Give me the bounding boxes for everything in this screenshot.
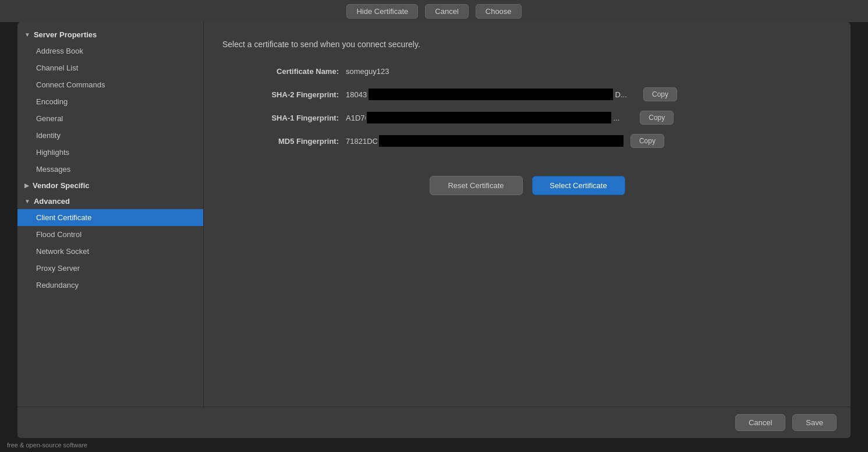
vendor-specific-section[interactable]: ▶ Vendor Specific <box>17 178 203 193</box>
sha1-value-container: A1D760D ... <box>346 112 633 123</box>
action-buttons: Reset Certificate Select Certificate <box>222 176 832 195</box>
sha1-ellipsis: ... <box>614 114 633 122</box>
vendor-specific-arrow: ▶ <box>24 182 29 189</box>
sidebar-item-encoding[interactable]: Encoding <box>17 93 203 110</box>
advanced-label: Advanced <box>34 197 70 206</box>
md5-redacted-block <box>379 135 623 147</box>
server-properties-section[interactable]: ▼ Server Properties <box>17 27 203 43</box>
top-bar: Hide Certificate Cancel Choose <box>0 0 868 22</box>
certificate-name-field: Certificate Name: someguy123 <box>222 67 832 76</box>
sidebar-item-flood-control[interactable]: Flood Control <box>17 226 203 243</box>
select-certificate-button[interactable]: Select Certificate <box>532 176 625 195</box>
sidebar-item-general[interactable]: General <box>17 110 203 127</box>
sha2-value-container: 18043D6 D... <box>346 89 636 100</box>
bottom-bar-text: free & open-source software <box>7 442 87 449</box>
sha1-copy-button[interactable]: Copy <box>640 111 674 125</box>
sidebar-item-identity[interactable]: Identity <box>17 127 203 144</box>
sidebar-item-network-socket[interactable]: Network Socket <box>17 243 203 260</box>
sha1-value-start: A1D760D <box>346 114 366 122</box>
certificate-name-value: someguy123 <box>346 67 389 76</box>
md5-value-container: 71821DC <box>346 135 623 147</box>
hide-certificate-button[interactable]: Hide Certificate <box>346 4 418 19</box>
server-properties-label: Server Properties <box>34 30 97 39</box>
sha2-fingerprint-row: SHA-2 Fingerprint: 18043D6 D... Copy <box>222 87 832 101</box>
reset-certificate-button[interactable]: Reset Certificate <box>430 176 523 195</box>
sha1-fingerprint-row: SHA-1 Fingerprint: A1D760D ... Copy <box>222 111 832 125</box>
dialog-body: ▼ Server Properties Address Book Channel… <box>17 22 851 407</box>
sidebar-item-proxy-server[interactable]: Proxy Server <box>17 260 203 277</box>
sidebar-item-messages[interactable]: Messages <box>17 161 203 178</box>
main-content-panel: Select a certificate to send when you co… <box>204 22 851 407</box>
advanced-arrow: ▼ <box>24 198 30 204</box>
md5-fingerprint-row: MD5 Fingerprint: 71821DC Copy <box>222 134 832 148</box>
sidebar-item-connect-commands[interactable]: Connect Commands <box>17 76 203 93</box>
sidebar: ▼ Server Properties Address Book Channel… <box>17 22 204 407</box>
sha2-label: SHA-2 Fingerprint: <box>222 90 339 99</box>
md5-copy-button[interactable]: Copy <box>630 134 664 148</box>
certificate-name-label: Certificate Name: <box>222 67 339 76</box>
sha2-ellipsis: D... <box>615 90 637 99</box>
md5-label: MD5 Fingerprint: <box>222 137 339 146</box>
vendor-specific-label: Vendor Specific <box>33 181 90 190</box>
server-properties-arrow: ▼ <box>24 31 30 38</box>
footer-save-button[interactable]: Save <box>792 414 837 431</box>
sidebar-item-client-certificate[interactable]: Client Certificate <box>17 209 203 226</box>
sha2-value-start: 18043D6 <box>346 90 367 99</box>
sha1-label: SHA-1 Fingerprint: <box>222 114 339 122</box>
main-dialog: ▼ Server Properties Address Book Channel… <box>17 22 851 438</box>
panel-description: Select a certificate to send when you co… <box>222 38 832 51</box>
sidebar-item-highlights[interactable]: Highlights <box>17 144 203 161</box>
sidebar-item-channel-list[interactable]: Channel List <box>17 59 203 76</box>
bottom-bar: free & open-source software <box>0 438 868 452</box>
sha2-copy-button[interactable]: Copy <box>643 87 677 101</box>
sha1-redacted-block <box>367 112 611 123</box>
sidebar-item-redundancy[interactable]: Redundancy <box>17 277 203 294</box>
choose-button[interactable]: Choose <box>476 4 522 19</box>
footer-cancel-button[interactable]: Cancel <box>735 414 785 431</box>
sidebar-item-address-book[interactable]: Address Book <box>17 43 203 59</box>
top-cancel-button[interactable]: Cancel <box>425 4 468 19</box>
md5-value-start: 71821DC <box>346 137 378 146</box>
advanced-section[interactable]: ▼ Advanced <box>17 193 203 209</box>
dialog-footer: Cancel Save <box>17 407 851 438</box>
sha2-redacted-block <box>369 89 613 100</box>
